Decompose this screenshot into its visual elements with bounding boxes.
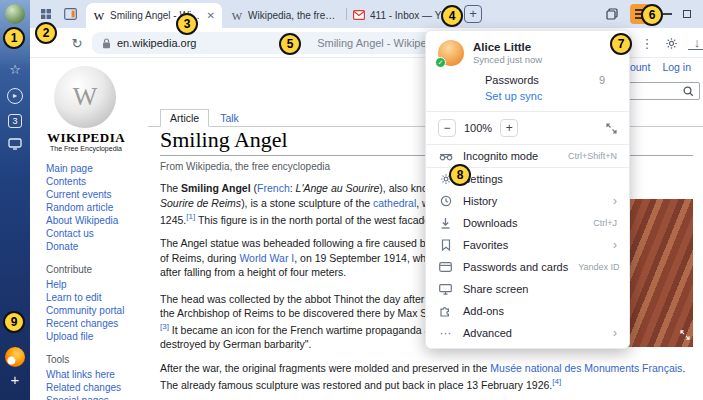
passwords-label: Passwords xyxy=(485,74,539,86)
wiki-nav-related-changes[interactable]: Related changes xyxy=(46,381,150,394)
wikipedia-favicon: W xyxy=(231,10,243,22)
menu-item-passwords-cards[interactable]: Passwords and cards Yandex ID xyxy=(426,256,629,278)
chevron-right-icon: › xyxy=(613,326,617,340)
wikipedia-favicon: W xyxy=(93,10,105,22)
menu-item-label: Favorites xyxy=(463,239,603,251)
wiki-nav-learn-to-edit[interactable]: Learn to edit xyxy=(46,291,150,304)
panel-icon xyxy=(64,8,77,20)
search-icon[interactable] xyxy=(683,86,694,97)
callout-7: 7 xyxy=(610,33,632,55)
media-play-icon[interactable]: ▸ xyxy=(7,88,23,104)
callout-8: 8 xyxy=(449,164,471,186)
wiki-nav-about[interactable]: About Wikipedia xyxy=(46,214,150,227)
tab-count-badge[interactable]: 3 xyxy=(8,114,22,128)
gear-sparkle-icon xyxy=(665,37,678,50)
wikipedia-tagline: The Free Encyclopedia xyxy=(30,145,142,152)
window-maximize-button[interactable] xyxy=(678,5,696,23)
menu-item-favorites[interactable]: Favorites › xyxy=(426,234,629,256)
refresh-icon: ↻ xyxy=(72,36,83,51)
browser-window: ☆ ▸ 3 + W Smiling Angel - Wi... ✕ W Wiki… xyxy=(0,0,703,400)
incognito-icon xyxy=(438,152,453,161)
paragraph: After the war, the original fragments we… xyxy=(160,361,693,393)
wiki-nav-main-page[interactable]: Main page xyxy=(46,162,150,175)
callout-2: 2 xyxy=(35,22,57,44)
tab-article[interactable]: Article xyxy=(160,109,209,127)
menu-item-addons[interactable]: Add-ons xyxy=(426,300,629,322)
zoom-controls: − 100% + xyxy=(426,112,629,144)
zoom-in-button[interactable]: + xyxy=(500,119,518,137)
user-name: Alice Little xyxy=(473,41,542,53)
menu-item-share-screen[interactable]: Share screen xyxy=(426,278,629,300)
menu-item-advanced[interactable]: ··· Advanced › xyxy=(426,322,629,344)
tableau-button[interactable] xyxy=(36,5,56,23)
wiki-nav-what-links-here[interactable]: What links here xyxy=(46,368,150,381)
menu-item-downloads[interactable]: Downloads Ctrl+J xyxy=(426,212,629,234)
callout-1: 1 xyxy=(3,27,25,49)
downloads-icon xyxy=(438,217,453,229)
callout-6: 6 xyxy=(641,4,663,26)
profile-avatar[interactable] xyxy=(5,4,25,24)
callout-9: 9 xyxy=(3,311,25,333)
lock-icon xyxy=(102,38,111,49)
wiki-nav-upload-file[interactable]: Upload file xyxy=(46,330,150,343)
wiki-nav-special-pages[interactable]: Special pages xyxy=(46,394,150,400)
logo-letter: W xyxy=(73,82,98,112)
browser-side-panel: ☆ ▸ 3 + xyxy=(0,0,30,400)
sync-status: Synced just now xyxy=(473,54,542,65)
menu-item-label: Incognito mode xyxy=(463,150,558,162)
zoom-out-button[interactable]: − xyxy=(438,119,456,137)
menu-item-label: Add-ons xyxy=(463,305,607,317)
mail-favicon xyxy=(353,10,365,22)
tab-bar: W Smiling Angel - Wi... ✕ W Wikipedia, t… xyxy=(30,0,703,28)
menu-item-history[interactable]: History › xyxy=(426,190,629,212)
wiki-nav-current-events[interactable]: Current events xyxy=(46,188,150,201)
tab-close-icon[interactable]: ✕ xyxy=(207,10,215,21)
downloads-button[interactable]: ↓ xyxy=(688,36,703,50)
user-avatar: ✓ xyxy=(438,40,464,66)
tab-panels-button[interactable] xyxy=(602,5,622,23)
extensions-overflow-button[interactable]: ⋮ xyxy=(638,35,656,51)
wiki-nav-donate[interactable]: Donate xyxy=(46,240,150,253)
menu-item-shortcut: Ctrl+J xyxy=(593,218,617,228)
set-up-sync-link[interactable]: Set up sync xyxy=(438,86,617,111)
wiki-nav-community-portal[interactable]: Community portal xyxy=(46,304,150,317)
tab-smiling-angel[interactable]: W Smiling Angel - Wi... ✕ xyxy=(86,3,222,28)
sidebar-add-icon[interactable]: + xyxy=(0,372,30,388)
tab-wikipedia-home[interactable]: W Wikipedia, the free encycl... xyxy=(224,3,344,28)
page-title-text: Smiling Angel - Wikipedi xyxy=(317,37,435,49)
credit-card-icon xyxy=(438,262,453,272)
tab-title: Wikipedia, the free encycl... xyxy=(248,10,337,21)
menu-item-label: Settings xyxy=(463,173,607,185)
zoom-level: 100% xyxy=(464,122,492,134)
fullscreen-button[interactable] xyxy=(606,123,617,134)
favorites-bookmark-icon xyxy=(438,239,453,251)
tab-talk[interactable]: Talk xyxy=(211,110,248,126)
menu-item-label: Passwords and cards xyxy=(463,261,568,273)
fullscreen-icon xyxy=(606,123,617,134)
wikipedia-globe-logo[interactable]: W xyxy=(54,66,116,128)
new-tab-button[interactable]: + xyxy=(464,5,482,23)
monitor-icon xyxy=(438,284,453,295)
side-panel-toggle-button[interactable] xyxy=(60,5,80,23)
wiki-nav-contents[interactable]: Contents xyxy=(46,175,150,188)
menu-header: ✓ Alice Little Synced just now Passwords… xyxy=(426,31,629,111)
wiki-nav-random-article[interactable]: Random article xyxy=(46,201,150,214)
refresh-button[interactable]: ↻ xyxy=(68,35,86,51)
alice-assistant-icon[interactable] xyxy=(5,347,25,367)
download-icon: ↓ xyxy=(694,35,701,50)
window-close-button[interactable]: × xyxy=(698,5,703,23)
image-expand-icon[interactable] xyxy=(680,326,690,344)
callout-4: 4 xyxy=(441,5,463,27)
addons-button[interactable] xyxy=(662,35,680,51)
bookmarks-star-icon[interactable]: ☆ xyxy=(0,62,30,78)
history-icon xyxy=(438,195,453,207)
wiki-nav-help[interactable]: Help xyxy=(46,278,150,291)
grid-icon xyxy=(40,8,52,20)
wiki-nav-recent-changes[interactable]: Recent changes xyxy=(46,317,150,330)
wiki-nav-contact[interactable]: Contact us xyxy=(46,227,150,240)
sync-check-icon: ✓ xyxy=(435,57,446,68)
screen-cast-icon[interactable] xyxy=(0,138,30,154)
menu-item-passwords-summary[interactable]: Passwords 9 xyxy=(438,66,617,86)
log-in-link[interactable]: Log in xyxy=(662,61,691,73)
sync-account[interactable]: ✓ Alice Little Synced just now xyxy=(438,40,617,66)
